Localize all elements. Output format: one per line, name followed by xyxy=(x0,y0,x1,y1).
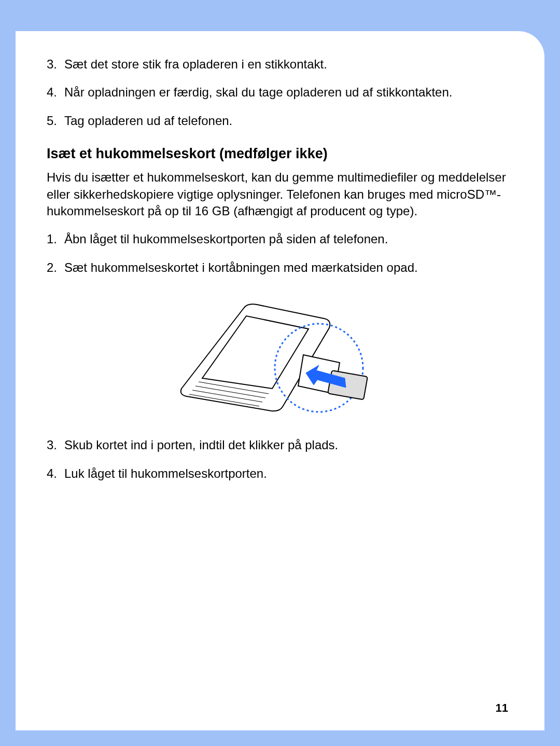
intro-paragraph: Hvis du isætter et hukommelseskort, kan … xyxy=(47,169,508,219)
svg-rect-5 xyxy=(328,370,368,399)
page-number: 11 xyxy=(496,701,508,715)
step-item: 4. Luk låget til hukommelseskortporten. xyxy=(47,465,508,482)
step-number: 4. xyxy=(47,84,64,101)
step-text: Tag opladeren ud af telefonen. xyxy=(64,113,508,129)
step-text: Åbn låget til hukommelseskortporten på s… xyxy=(64,231,508,247)
step-number: 3. xyxy=(47,56,64,73)
step-number: 1. xyxy=(47,231,64,247)
step-text: Sæt det store stik fra opladeren i en st… xyxy=(64,56,508,73)
step-item: 3. Sæt det store stik fra opladeren i en… xyxy=(47,56,508,73)
step-number: 3. xyxy=(47,437,64,453)
step-number: 5. xyxy=(47,113,64,129)
step-number: 4. xyxy=(47,465,64,482)
phone-sdcard-illustration xyxy=(47,287,508,422)
step-text: Sæt hukommelseskortet i kortåbningen med… xyxy=(64,259,508,276)
step-item: 1. Åbn låget til hukommelseskortporten p… xyxy=(47,231,508,247)
step-text: Når opladningen er færdig, skal du tage … xyxy=(64,84,508,101)
step-item: 3. Skub kortet ind i porten, indtil det … xyxy=(47,437,508,453)
step-number: 2. xyxy=(47,259,64,276)
step-item: 4. Når opladningen er færdig, skal du ta… xyxy=(47,84,508,101)
phone-sdcard-svg xyxy=(153,287,402,422)
step-item: 2. Sæt hukommelseskortet i kortåbningen … xyxy=(47,259,508,276)
step-item: 5. Tag opladeren ud af telefonen. xyxy=(47,113,508,129)
manual-page: 3. Sæt det store stik fra opladeren i en… xyxy=(16,31,544,730)
section-heading: Isæt et hukommelseskort (medfølger ikke) xyxy=(47,146,508,162)
step-text: Skub kortet ind i porten, indtil det kli… xyxy=(64,437,508,453)
step-text: Luk låget til hukommelseskortporten. xyxy=(64,465,508,482)
